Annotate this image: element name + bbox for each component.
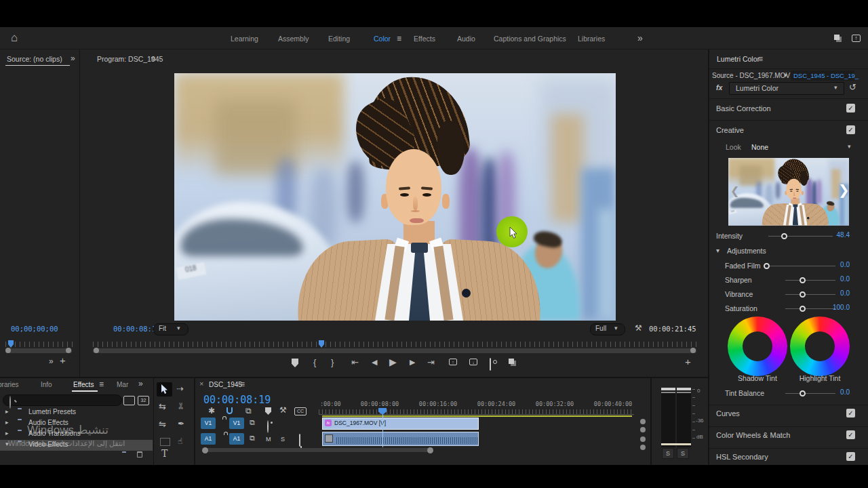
linked-selection-icon[interactable]: ⧉ — [245, 407, 252, 415]
workspace-tab-effects[interactable]: Effects — [414, 35, 435, 43]
nest-toggle-icon[interactable]: ✱ — [208, 407, 215, 415]
tab-markers-clipped[interactable]: Mar — [117, 381, 128, 388]
timeline-v-scroll-handle-1[interactable] — [640, 419, 646, 424]
lumetri-sequence-tab-label[interactable]: DSC_1945 - DSC_19_ — [793, 72, 859, 79]
look-next-arrow-icon[interactable]: ❯ — [838, 182, 850, 198]
lumetri-source-caret-icon[interactable]: ▾ — [784, 73, 787, 79]
timeline-h-scroll-left-handle[interactable] — [202, 447, 208, 453]
color-wheels-checkbox[interactable]: ✓ — [846, 430, 855, 439]
saturation-value[interactable]: 100.0 — [829, 304, 850, 311]
bin-audiotrans-twirl-icon[interactable]: ▸ — [5, 430, 9, 436]
selection-tool[interactable] — [161, 384, 169, 394]
source-panel-overflow-icon[interactable]: » — [71, 54, 75, 62]
lumetri-panel-title[interactable]: Lumetri Color — [717, 55, 760, 63]
go-to-out-button[interactable]: ⇥ — [427, 358, 435, 367]
faded-film-slider-track[interactable] — [764, 266, 835, 266]
saturation-slider-track[interactable] — [785, 308, 835, 309]
lumetri-reset-icon[interactable]: ↺ — [849, 83, 856, 92]
program-scrollbar-right-handle[interactable] — [690, 348, 696, 353]
pen-tool[interactable]: ✒ — [178, 420, 184, 428]
source-scrollbar[interactable] — [5, 348, 72, 353]
source-scrollbar-left-handle[interactable] — [5, 348, 11, 353]
mark-in-button[interactable]: { — [313, 358, 316, 367]
a1-sync-lock-icon[interactable]: ⧉ — [250, 434, 255, 442]
program-scrollbar[interactable] — [93, 348, 696, 353]
workspace-tab-captions[interactable]: Captions and Graphics — [494, 35, 566, 43]
meter-solo-left-button[interactable]: S — [662, 448, 674, 459]
tint-balance-value[interactable]: 0.0 — [829, 388, 850, 396]
lumetri-panel-menu-icon[interactable]: ≡ — [758, 55, 763, 63]
workspace-tab-libraries[interactable]: Libraries — [578, 35, 605, 43]
program-panel-menu-icon[interactable]: ≡ — [151, 55, 155, 63]
program-mini-ruler[interactable] — [93, 342, 696, 347]
tab-info[interactable]: Info — [41, 381, 52, 388]
effects-panel-menu-icon[interactable]: ≡ — [99, 380, 104, 388]
source-more-icon[interactable]: » — [49, 357, 54, 365]
section-creative[interactable]: Creative — [716, 126, 744, 134]
mark-out-button[interactable]: } — [331, 358, 334, 367]
preset-bin-icon[interactable] — [123, 396, 135, 405]
intensity-slider-knob[interactable] — [781, 233, 787, 239]
timeline-v-scroll-handle-4[interactable] — [640, 445, 646, 450]
program-settings-wrench-icon[interactable]: ⚒ — [635, 324, 642, 332]
timeline-playhead-line[interactable] — [382, 409, 383, 447]
timeline-h-scroll-right-handle[interactable] — [427, 447, 433, 453]
vibrance-value[interactable]: 0.0 — [829, 289, 850, 297]
intensity-value[interactable]: 48.4 — [829, 231, 850, 239]
timeline-tab-label[interactable]: DSC_1945 — [209, 381, 242, 388]
tint-balance-slider-knob[interactable] — [800, 390, 806, 396]
v1-toggle-output-eye-icon[interactable] — [267, 420, 269, 433]
section-hsl-secondary[interactable]: HSL Secondary — [716, 453, 768, 461]
timeline-timecode[interactable]: 00:00:08:19 — [203, 394, 271, 406]
delete-bin-button[interactable] — [137, 451, 142, 458]
curves-checkbox[interactable]: ✓ — [846, 409, 855, 418]
lumetri-effect-dropdown-label[interactable]: Lumetri Color — [736, 84, 778, 92]
look-caret-icon[interactable]: ▾ — [848, 144, 851, 150]
timeline-ruler-ticks[interactable] — [319, 409, 634, 415]
tab-effects-active[interactable]: Effects — [73, 381, 94, 388]
workspace-tab-editing[interactable]: Editing — [328, 35, 350, 43]
type-tool[interactable]: T — [161, 449, 167, 458]
timeline-v-scroll-handle-2[interactable] — [640, 427, 646, 432]
v1-track-target[interactable]: V1 — [229, 418, 244, 429]
look-preview-thumbnail[interactable]: 018 — [728, 158, 849, 226]
source-mini-ruler[interactable] — [5, 342, 73, 347]
workspace-menu-icon[interactable]: ≡ — [397, 35, 401, 43]
vibrance-slider-track[interactable] — [785, 294, 835, 295]
workspace-tab-learning[interactable]: Learning — [231, 35, 258, 43]
source-scrollbar-right-handle[interactable] — [66, 348, 71, 353]
lumetri-source-clip[interactable]: Source - DSC_1967.MOV — [712, 72, 790, 79]
basic-correction-checkbox[interactable]: ✓ — [846, 104, 855, 113]
sharpen-value[interactable]: 0.0 — [829, 275, 850, 283]
faded-film-slider-knob[interactable] — [764, 263, 770, 269]
a1-solo-button[interactable]: S — [281, 436, 285, 443]
program-scrollbar-left-handle[interactable] — [94, 348, 99, 353]
bin-audiofx-twirl-icon[interactable]: ▸ — [5, 420, 9, 426]
zoom-dropdown-label[interactable]: Full — [595, 325, 606, 332]
step-back-button[interactable]: ◀ — [372, 359, 377, 366]
captions-cc-icon[interactable]: CC — [294, 407, 307, 415]
hand-tool[interactable]: ☝ — [178, 437, 182, 445]
program-add-button[interactable]: + — [685, 357, 691, 367]
snap-magnet-icon[interactable] — [226, 407, 233, 414]
a1-source-patch[interactable]: A1 — [201, 433, 216, 445]
bin-lumetri-presets[interactable]: Lumetri Presets — [28, 408, 76, 415]
meter-solo-right-button[interactable]: S — [677, 448, 689, 459]
timeline-tab-close-icon[interactable]: × — [199, 380, 203, 388]
source-monitor-title[interactable]: Source: (no clips) — [7, 55, 62, 63]
fit-caret-icon[interactable]: ▾ — [177, 325, 180, 331]
windows-stack-icon[interactable] — [834, 35, 840, 40]
a1-voiceover-mic-icon[interactable] — [299, 434, 300, 447]
source-add-button[interactable]: + — [60, 355, 66, 365]
workspace-tab-assembly[interactable]: Assembly — [278, 35, 309, 43]
timeline-h-scrollbar[interactable] — [203, 448, 433, 452]
share-export-icon[interactable]: ↑ — [852, 35, 861, 42]
ripple-edit-tool[interactable]: ⇆ — [159, 402, 166, 411]
hsl-secondary-checkbox[interactable]: ✓ — [846, 452, 855, 461]
a1-mute-button[interactable]: M — [266, 436, 271, 443]
workspace-tab-audio[interactable]: Audio — [457, 35, 475, 43]
tint-balance-slider-track[interactable] — [785, 393, 835, 394]
section-curves[interactable]: Curves — [716, 409, 740, 418]
adjustments-header[interactable]: Adjustments — [727, 247, 766, 255]
go-to-in-button[interactable]: ⇤ — [351, 358, 359, 367]
